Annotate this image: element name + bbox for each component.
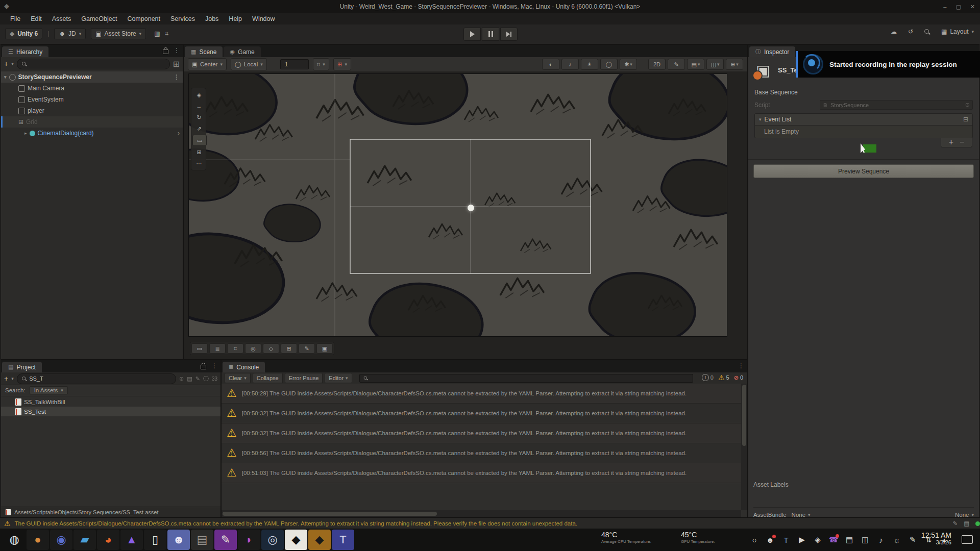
script-object-field[interactable]: 🗎 StorySequence ⊙ <box>820 100 973 110</box>
tab-hierarchy[interactable]: ☰ Hierarchy <box>2 46 48 57</box>
cloud-icon[interactable]: ☁ <box>891 28 897 35</box>
tray-volume-icon[interactable]: ♪ <box>876 536 886 544</box>
project-search-input[interactable] <box>29 375 172 382</box>
taskbar-clock[interactable]: 12:51 AM 3/3/26 <box>921 531 951 545</box>
hierarchy-item-player[interactable]: player <box>1 105 183 116</box>
grid-size-field[interactable]: 1 <box>280 59 309 69</box>
foldout-icon[interactable]: ▾ <box>4 74 7 80</box>
search-help-icon[interactable]: ⓘ <box>203 375 209 383</box>
hierarchy-item-cinematdialog[interactable]: ▸ CinematDialog(card) › <box>1 128 183 139</box>
taskbar-file-manager[interactable]: ▰ <box>74 530 96 550</box>
console-vertical-scrollbar[interactable] <box>741 384 747 510</box>
list-view-icon[interactable]: ⊟ <box>963 116 968 123</box>
scene-picker-icon[interactable]: ⊞ <box>173 59 180 69</box>
scene-effects-dropdown[interactable]: ✱▾ <box>620 59 637 70</box>
preview-sequence-button[interactable]: Preview Sequence <box>753 164 974 178</box>
chevron-down-icon[interactable]: ▾ <box>11 61 14 66</box>
toggle-2d-button[interactable]: 2D <box>648 59 666 70</box>
menu-component[interactable]: Component <box>122 14 165 23</box>
console-status-icon[interactable]: ▤ <box>964 520 969 527</box>
scene-header-row[interactable]: ▾ StorySequencePreviewer ⋮ <box>1 71 183 83</box>
grid-visibility-dropdown[interactable]: ⌗ ▾ <box>313 58 329 70</box>
gizmos-dropdown[interactable]: ⊕▾ <box>726 59 743 70</box>
open-prefab-icon[interactable]: › <box>178 130 180 137</box>
close-button[interactable]: ✕ <box>970 4 975 10</box>
search-by-type-icon[interactable]: ⊚ <box>179 375 184 382</box>
clear-button[interactable]: Clear ▾ <box>225 373 251 383</box>
tab-project[interactable]: ▤ Project <box>2 362 42 372</box>
unity-version-badge[interactable]: ◆ Unity 6 <box>5 28 42 39</box>
taskbar-t-app[interactable]: T <box>332 530 354 550</box>
pause-button[interactable] <box>482 28 499 41</box>
tile-grid-tool[interactable]: ⌗ <box>227 343 243 354</box>
add-gameobject-button[interactable]: + <box>4 60 8 68</box>
grid-tool-icon[interactable]: ⌗ <box>165 30 168 37</box>
scene-audio-toggle[interactable]: ♪ <box>561 59 579 70</box>
menu-file[interactable]: File <box>5 14 26 23</box>
scale-tool[interactable]: ⇗ <box>192 123 206 134</box>
console-entry[interactable]: ⚠ [00:50:29] The GUID inside Assets/Scri… <box>222 384 741 404</box>
hierarchy-item-main-camera[interactable]: Main Camera <box>1 83 183 94</box>
foldout-icon[interactable]: ▾ <box>759 117 762 122</box>
tile-shape-tool[interactable]: ◇ <box>263 343 279 354</box>
console-entry[interactable]: ⚠ [00:51:03] The GUID inside Assets/Scri… <box>222 463 741 483</box>
warning-count[interactable]: ⚠ 5 <box>718 374 729 381</box>
project-result-sstest[interactable]: SS_Test <box>1 407 220 416</box>
hierarchy-search[interactable] <box>17 59 170 69</box>
search-by-label-icon[interactable]: ▤ <box>187 375 192 382</box>
taskbar-app-blue-emblem[interactable]: ◉ <box>50 530 72 550</box>
rotate-tool[interactable]: ↻ <box>192 112 206 122</box>
hierarchy-item-eventsystem[interactable]: EventSystem <box>1 94 183 105</box>
search-icon[interactable] <box>924 29 930 35</box>
status-bar[interactable]: ⚠ The GUID inside Assets/Scripts/Dialogu… <box>0 517 980 529</box>
play-button[interactable] <box>463 28 481 41</box>
chevron-down-icon[interactable]: ▾ <box>11 376 14 381</box>
tab-scene[interactable]: ▦ Scene <box>185 46 223 57</box>
undo-history-icon[interactable]: ↺ <box>908 28 913 35</box>
cpu-temperature-widget[interactable]: 48°C Average CPU Temperature: <box>601 531 651 544</box>
taskbar-notepad[interactable]: ▯ <box>144 530 166 550</box>
move-tool[interactable]: ↔ <box>192 101 206 111</box>
console-entry[interactable]: ⚠ [00:50:32] The GUID inside Assets/Scri… <box>222 423 741 443</box>
transform-tool[interactable]: ⊞ <box>192 147 206 157</box>
menu-gameobject[interactable]: GameObject <box>76 14 122 23</box>
console-entry[interactable]: ⚠ [00:50:32] The GUID inside Assets/Scri… <box>222 404 741 423</box>
event-list-header[interactable]: ▾ Event List ⊟ <box>755 114 972 126</box>
kebab-menu-icon[interactable]: ⋮ <box>738 362 744 369</box>
menu-services[interactable]: Services <box>165 14 200 23</box>
hierarchy-item-grid[interactable]: ⊞ Grid <box>1 116 183 128</box>
taskbar-app-purple[interactable]: ◗ <box>238 530 260 550</box>
tray-discord-icon[interactable]: ☻ <box>765 536 775 544</box>
tray-stylus-icon[interactable]: ✎ <box>908 535 918 544</box>
lock-icon[interactable] <box>201 365 206 369</box>
info-count[interactable]: ! 0 <box>702 374 714 381</box>
remove-element-button[interactable]: − <box>960 138 964 147</box>
package-manager-icon[interactable]: ▥ <box>154 30 160 37</box>
tab-inspector[interactable]: ⓘ Inspector <box>749 46 795 57</box>
gpu-temperature-widget[interactable]: 45°C GPU Temperature: <box>681 531 715 544</box>
tab-game[interactable]: ◉ Game <box>224 46 260 57</box>
taskbar-discord[interactable]: ☻ <box>167 530 190 550</box>
lock-icon[interactable] <box>163 49 168 54</box>
step-button[interactable] <box>500 28 518 41</box>
menu-jobs[interactable]: Jobs <box>200 14 224 23</box>
taskbar-paint-app[interactable]: ✎ <box>214 530 237 550</box>
layout-dropdown[interactable]: ▦ Layout ▾ <box>941 28 974 35</box>
menu-edit[interactable]: Edit <box>26 14 47 23</box>
tab-console[interactable]: ≣ Console <box>223 362 265 372</box>
progress-icon[interactable]: ✎ <box>952 520 958 527</box>
tile-select-tool[interactable]: ▭ <box>191 343 208 354</box>
error-count[interactable]: ⊘ 0 <box>734 374 743 381</box>
hierarchy-search-input[interactable] <box>29 61 165 67</box>
kebab-menu-icon[interactable]: ⋮ <box>211 362 217 369</box>
tile-box-tool[interactable]: ⊞ <box>281 343 297 354</box>
scene-lighting-toggle[interactable]: ☀ <box>581 59 598 70</box>
console-horizontal-scrollbar[interactable] <box>222 510 741 517</box>
foldout-icon[interactable]: ▸ <box>24 131 27 136</box>
pivot-dropdown[interactable]: ▣ Center ▾ <box>188 58 227 70</box>
collapse-toggle[interactable]: Collapse <box>253 373 283 383</box>
notification-toast[interactable]: Started recording in the replay session <box>796 51 980 78</box>
rect-tool[interactable]: ▭ <box>192 135 207 146</box>
tray-t-app-icon[interactable]: T <box>781 536 791 544</box>
tray-media-pause-icon[interactable]: ◫ <box>860 535 870 544</box>
